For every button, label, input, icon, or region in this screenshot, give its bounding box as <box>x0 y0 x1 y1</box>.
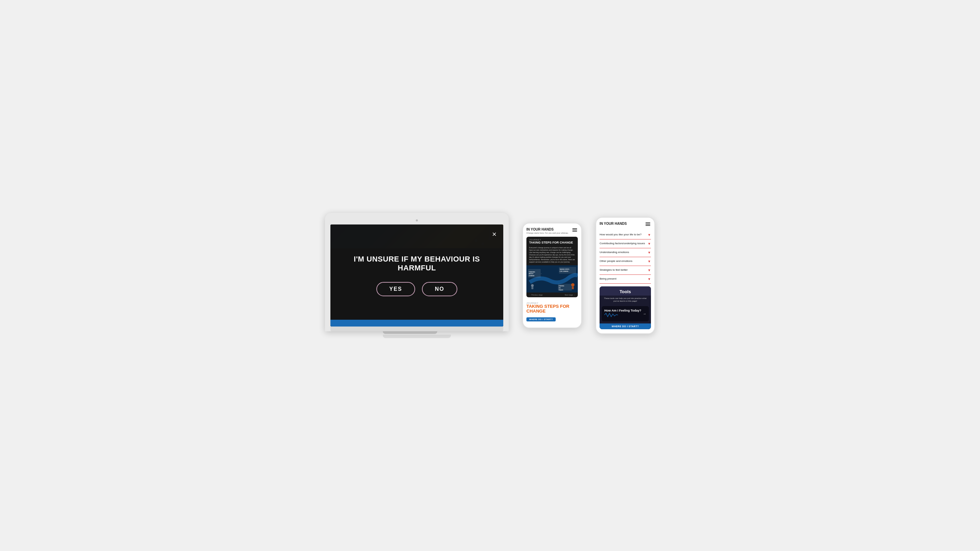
laptop-stand <box>325 331 509 338</box>
accordion-item-4[interactable]: Strategies to feel better ▼ <box>600 266 651 275</box>
accordion-item-0[interactable]: How would you like your life to be? ▼ <box>600 230 651 240</box>
accordion-label-5: Being present <box>600 277 646 281</box>
where-do-i-start-btn-1[interactable]: WHERE DO I START? <box>527 318 556 321</box>
accordion-label-4: Strategies to feel better <box>600 268 646 272</box>
phone1-tagline: Change starts here. For you and your whā… <box>527 232 569 235</box>
scene: × I'M UNSURE IF MY BEHAVIOUR IS HARMFUL … <box>245 138 735 413</box>
svg-text:→: → <box>559 272 560 273</box>
prev-stage-btn[interactable]: ← Previous stage <box>529 294 542 296</box>
accordion-item-2[interactable]: Understanding emotions ▼ <box>600 248 651 257</box>
phone1: IN YOUR HANDS Change starts here. For yo… <box>522 223 582 328</box>
tools-card: Tools These tools can help you put into … <box>600 286 651 329</box>
phone1-header: IN YOUR HANDS Change starts here. For yo… <box>527 227 578 235</box>
svg-point-19 <box>571 283 575 287</box>
accordion-label-3: Other people and emotions <box>600 259 646 263</box>
svg-text:FOR CHANGE: FOR CHANGE <box>559 270 568 272</box>
hamburger-line-1 <box>572 228 577 229</box>
accordion-label-0: How would you like your life to be? <box>600 233 646 237</box>
laptop-camera-bar <box>331 218 503 222</box>
tools-where-btn[interactable]: WHERE DO I START? <box>600 324 651 329</box>
laptop-screen: × I'M UNSURE IF MY BEHAVIOUR IS HARMFUL … <box>331 224 503 327</box>
accordion-item-5[interactable]: Being present ▼ <box>600 275 651 284</box>
tools-header: Tools <box>600 286 651 295</box>
hamburger-line-6 <box>646 225 650 226</box>
phone1-brand-area: IN YOUR HANDS Change starts here. For yo… <box>527 227 569 235</box>
accordion-item-1[interactable]: Contributing factors/underlying issues ▼ <box>600 240 651 248</box>
tools-card-info: How Am I Feeling Today? <box>605 309 641 319</box>
journey-card-header: JOURNEY TAKING STEPS FOR CHANGE <box>527 237 578 246</box>
hamburger-line-5 <box>646 224 650 224</box>
accordion-label-1: Contributing factors/underlying issues <box>600 242 646 245</box>
svg-text:THINKING: THINKING <box>529 271 535 273</box>
accordion-arrow-2: ▼ <box>648 251 651 254</box>
tools-arrow: → <box>643 312 646 316</box>
laptop-camera <box>416 219 418 221</box>
laptop: × I'M UNSURE IF MY BEHAVIOUR IS HARMFUL … <box>325 213 509 338</box>
accordion-item-3[interactable]: Other people and emotions ▼ <box>600 257 651 266</box>
journey-map: THINKING ABOUT CHANGE → TAKING STEPS FOR… <box>527 265 578 292</box>
svg-text:CHANGE: CHANGE <box>529 275 535 276</box>
screen-bottom-bar <box>331 320 503 327</box>
accordion-label-2: Understanding emotions <box>600 251 646 254</box>
phone2-menu-icon[interactable] <box>645 222 651 227</box>
laptop-hinge <box>383 331 437 334</box>
tools-inner-card: How Am I Feeling Today? → <box>601 306 649 322</box>
svg-text:→: → <box>540 273 542 275</box>
modal-overlay: × I'M UNSURE IF MY BEHAVIOUR IS HARMFUL … <box>331 224 503 327</box>
modal-question: I'M UNSURE IF MY BEHAVIOUR IS HARMFUL <box>331 255 503 273</box>
svg-rect-22 <box>531 287 533 289</box>
accordion-list: How would you like your life to be? ▼ Co… <box>600 230 651 284</box>
journey-map-svg: THINKING ABOUT CHANGE → TAKING STEPS FOR… <box>527 265 578 292</box>
svg-text:ABOUT: ABOUT <box>529 273 533 275</box>
accordion-arrow-0: ▼ <box>648 233 651 237</box>
phone1-menu-icon[interactable] <box>572 227 578 232</box>
svg-point-21 <box>531 284 534 287</box>
phone1-content: IN YOUR HANDS Change starts here. For yo… <box>523 224 581 327</box>
yes-button[interactable]: YES <box>376 282 415 296</box>
phone2-brand-area: IN YOUR HANDS <box>600 222 627 225</box>
hamburger-line-3 <box>572 231 577 232</box>
laptop-foot <box>383 335 451 338</box>
journey-card: JOURNEY TAKING STEPS FOR CHANGE Everyone… <box>527 237 578 297</box>
journey-footer-title: TAKING STEPS FOR CHANGE <box>527 304 578 314</box>
hamburger-line-4 <box>646 222 650 223</box>
journey-navigation: ← Previous stage Next stage → <box>527 292 578 297</box>
tools-title: Tools <box>603 289 648 294</box>
svg-text:STAYING: STAYING <box>558 285 564 287</box>
accordion-arrow-4: ▼ <box>648 268 651 272</box>
phone2-header: IN YOUR HANDS <box>600 222 651 227</box>
accordion-arrow-5: ▼ <box>648 277 651 281</box>
phone2-brand: IN YOUR HANDS <box>600 222 627 225</box>
wave-icon <box>605 313 618 318</box>
svg-text:TAKING STEPS: TAKING STEPS <box>559 268 569 270</box>
laptop-body: × I'M UNSURE IF MY BEHAVIOUR IS HARMFUL … <box>325 213 509 331</box>
journey-card-title: TAKING STEPS FOR CHANGE <box>529 241 575 245</box>
phone2: IN YOUR HANDS How would you like your li… <box>595 217 655 334</box>
accordion-arrow-3: ▼ <box>648 259 651 263</box>
tools-description: These tools can help you put into practi… <box>600 295 651 304</box>
laptop-base <box>331 327 503 331</box>
modal-buttons: YES NO <box>376 282 457 296</box>
hamburger-line-2 <box>572 230 577 230</box>
journey-footer: JOURNEY TAKING STEPS FOR CHANGE WHERE DO… <box>527 300 578 324</box>
svg-rect-20 <box>572 286 574 289</box>
svg-text:ON: ON <box>558 287 560 289</box>
modal-close-button[interactable]: × <box>492 230 496 239</box>
next-stage-btn[interactable]: Next stage → <box>565 294 575 296</box>
phone1-brand: IN YOUR HANDS <box>527 227 569 231</box>
no-button[interactable]: NO <box>422 282 457 296</box>
journey-body-text: Everyone's change journey is unique to t… <box>527 246 578 265</box>
svg-text:TRACK: TRACK <box>558 289 563 291</box>
phone2-content: IN YOUR HANDS How would you like your li… <box>596 218 654 333</box>
tools-card-label: How Am I Feeling Today? <box>605 309 641 313</box>
accordion-arrow-1: ▼ <box>648 242 651 246</box>
